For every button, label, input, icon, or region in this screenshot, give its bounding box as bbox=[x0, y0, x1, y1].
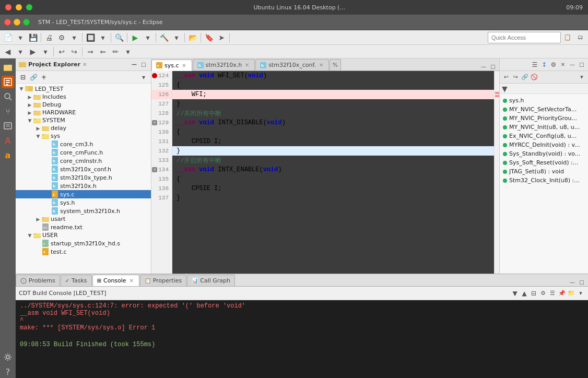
tab-sys-c[interactable]: c sys.c ✕ bbox=[151, 60, 192, 71]
tree-item-core-cm3[interactable]: ▶ h core_cm3.h bbox=[16, 140, 151, 148]
expand-hardware[interactable]: ▶ bbox=[26, 110, 33, 115]
outline-icon-2[interactable]: ↕ bbox=[540, 61, 548, 69]
outline-item-sys-soft-reset[interactable]: Sys_Soft_Reset(void) :... bbox=[500, 158, 588, 167]
sidebar-icon-amazon[interactable]: a bbox=[2, 149, 14, 161]
expand-debug[interactable]: ▶ bbox=[26, 102, 33, 108]
outline-tb-1[interactable]: ↩ bbox=[502, 73, 510, 81]
nav-forward-dropdown-icon[interactable]: ▾ bbox=[40, 46, 51, 57]
tree-item-stm32-conf[interactable]: ▶ h stm32f10x_conf.h bbox=[16, 165, 151, 173]
collapse-all-icon[interactable]: ⊟ bbox=[19, 73, 27, 81]
nav-back-icon[interactable]: ◀ bbox=[2, 46, 14, 57]
bottom-minimize-icon[interactable]: — bbox=[568, 278, 577, 286]
tab-properties[interactable]: 📋 Properties bbox=[140, 275, 187, 286]
editor-content[interactable]: 124 125 126 127 128 ? 129 130 131 bbox=[151, 71, 499, 274]
next-icon[interactable]: ⇒ bbox=[85, 46, 96, 57]
search-icon[interactable]: 🔍 bbox=[113, 32, 125, 43]
expand-sys[interactable]: ▼ bbox=[34, 134, 42, 139]
console-icon-4[interactable]: 📁 bbox=[567, 289, 575, 298]
perspective-icon[interactable]: 📋 bbox=[562, 32, 573, 43]
tool2-dropdown-icon[interactable]: ▾ bbox=[68, 32, 80, 43]
sidebar-icon-git[interactable]: ⑂ bbox=[2, 105, 14, 117]
last-edit-icon[interactable]: ✏ bbox=[110, 46, 121, 57]
close-icon[interactable] bbox=[5, 4, 11, 10]
nav-forward-icon[interactable]: ▶ bbox=[27, 46, 39, 57]
nav-icon[interactable]: ➤ bbox=[216, 32, 227, 43]
run2-dropdown-icon[interactable]: ▾ bbox=[142, 32, 154, 43]
tree-item-hardware[interactable]: ▶ HARDWARE bbox=[16, 109, 151, 116]
new-icon[interactable]: 📄 bbox=[2, 32, 14, 43]
outline-tb-menu[interactable]: ▾ bbox=[578, 73, 586, 81]
expand-system[interactable]: ▼ bbox=[26, 118, 33, 123]
editor-scrollbar[interactable] bbox=[494, 71, 499, 274]
outline-item-myrcc-deinit[interactable]: MYRCC_DeInit(void) : v... bbox=[500, 140, 588, 149]
tab-close-stm32-h[interactable]: ✕ bbox=[244, 62, 250, 68]
sidebar-icon-tasks[interactable] bbox=[2, 120, 14, 132]
quick-access-input[interactable] bbox=[488, 32, 561, 43]
tab-tasks[interactable]: ✓ Tasks bbox=[61, 275, 92, 286]
outline-minimize-icon[interactable]: — bbox=[568, 61, 577, 69]
editor-maximize-icon[interactable]: □ bbox=[489, 62, 497, 70]
link-editor-icon[interactable]: 🔗 bbox=[29, 73, 38, 81]
new-project-icon[interactable]: + bbox=[40, 73, 48, 81]
project-panel-close-icon[interactable]: ✕ bbox=[83, 62, 87, 67]
outline-item-sys-h[interactable]: sys.h bbox=[500, 96, 588, 105]
console-scroll-down-icon[interactable]: ▼ bbox=[511, 289, 519, 298]
console-icon-3[interactable]: 📌 bbox=[558, 289, 566, 298]
tree-item-debug[interactable]: ▶ Debug bbox=[16, 101, 151, 109]
expand-user[interactable]: ▼ bbox=[26, 233, 33, 238]
outline-maximize-icon[interactable]: □ bbox=[578, 61, 586, 69]
tree-item-startup[interactable]: ▶ s startup_stm32f10x_hd.s bbox=[16, 239, 151, 247]
tab-stm32-h[interactable]: h stm32f10x.h ✕ bbox=[193, 59, 255, 70]
project-panel-maximize-icon[interactable]: □ bbox=[139, 61, 148, 69]
outline-item-nvic-init[interactable]: MY_NVIC_Init(u8, u8, u... bbox=[500, 123, 588, 132]
sidebar-icon-folder[interactable] bbox=[2, 61, 14, 74]
tool1-icon[interactable]: ⚙ bbox=[56, 32, 67, 43]
expand-usart[interactable]: ▶ bbox=[34, 217, 42, 222]
tree-item-includes[interactable]: ▶ Includes bbox=[16, 93, 151, 101]
open-icon[interactable]: 📂 bbox=[187, 32, 198, 43]
bookmark-icon[interactable]: 🔖 bbox=[203, 32, 215, 43]
console-icon-5[interactable]: ▾ bbox=[577, 289, 585, 298]
outline-item-nvic-priority[interactable]: MY_NVIC_PriorityGrou... bbox=[500, 114, 588, 123]
tab-problems[interactable]: ! Problems bbox=[16, 275, 60, 286]
tree-item-root[interactable]: ▼ LED_TEST bbox=[16, 85, 151, 93]
build-icon[interactable]: 🔨 bbox=[158, 32, 170, 43]
sidebar-icon-settings[interactable] bbox=[2, 351, 14, 363]
editor-minimize-icon[interactable]: — bbox=[479, 62, 488, 70]
tree-item-stm32-h[interactable]: ▶ h stm32f10x.h bbox=[16, 182, 151, 190]
outline-close-icon[interactable]: ✕ bbox=[559, 61, 567, 69]
tree-item-readme[interactable]: ▶ txt readme.txt bbox=[16, 223, 151, 231]
tree-item-sys-h[interactable]: ▶ h sys.h bbox=[16, 198, 151, 207]
expand-root[interactable]: ▼ bbox=[18, 86, 25, 91]
last-edit-dropdown-icon[interactable]: ▾ bbox=[122, 46, 134, 57]
tree-item-test-c[interactable]: ▶ c test.c bbox=[16, 247, 151, 256]
tree-item-system[interactable]: ▼ SYSTEM bbox=[16, 116, 151, 124]
tree-item-user[interactable]: ▼ USER bbox=[16, 231, 151, 239]
tab-callgraph[interactable]: 📊 Call Graph bbox=[187, 275, 235, 286]
console-icon-2[interactable]: ☰ bbox=[548, 289, 557, 298]
view-icon[interactable]: 🗂 bbox=[574, 32, 586, 43]
run-dropdown-icon[interactable]: ▾ bbox=[97, 32, 109, 43]
tree-item-core-cminstr[interactable]: ▶ h core_cmInstr.h bbox=[16, 157, 151, 165]
prev-icon[interactable]: ⇐ bbox=[97, 46, 109, 57]
console-clear-icon[interactable]: ⊟ bbox=[530, 289, 538, 298]
build-dropdown-icon[interactable]: ▾ bbox=[171, 32, 182, 43]
tab-console[interactable]: ⊞ Console ✕ bbox=[92, 275, 139, 286]
outline-item-ex-nvic[interactable]: Ex_NVIC_Config(u8, u... bbox=[500, 132, 588, 140]
outline-icon-1[interactable]: ☰ bbox=[531, 61, 539, 69]
expand-delay[interactable]: ▶ bbox=[34, 126, 42, 131]
outline-tb-2[interactable]: ↪ bbox=[511, 73, 520, 81]
console-icon-1[interactable]: ⚙ bbox=[539, 289, 547, 298]
tab-stm32-conf[interactable]: h stm32f10x_conf. ✕ bbox=[255, 59, 329, 70]
outline-tb-4[interactable]: 🚫 bbox=[530, 73, 538, 81]
sidebar-icon-shop[interactable]: A bbox=[2, 134, 14, 147]
outline-collapse-icon[interactable]: ▼ bbox=[502, 85, 508, 93]
sidebar-icon-search[interactable] bbox=[2, 90, 14, 103]
print-icon[interactable]: 🖨 bbox=[43, 32, 55, 43]
outline-icon-3[interactable]: ⚙ bbox=[549, 61, 558, 69]
run-icon[interactable]: ▶ bbox=[130, 32, 141, 43]
tree-item-sys-folder[interactable]: ▼ sys bbox=[16, 132, 151, 140]
breakpoint-124[interactable] bbox=[152, 73, 157, 78]
outline-item-jtag-set[interactable]: JTAG_Set(u8) : void bbox=[500, 167, 588, 176]
outline-tb-3[interactable]: 🔗 bbox=[521, 73, 529, 81]
